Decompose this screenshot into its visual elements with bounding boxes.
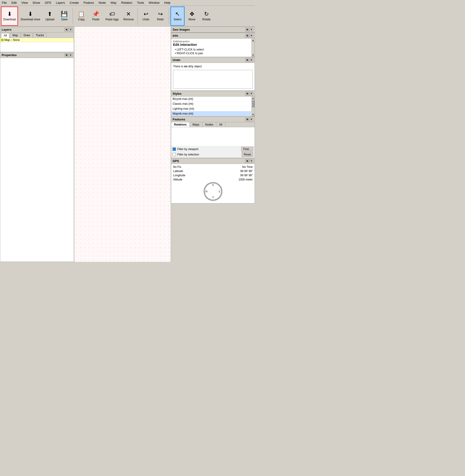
undo-history-box: [173, 70, 253, 89]
menu-view[interactable]: View: [20, 0, 29, 5]
tab-features-all[interactable]: All: [216, 122, 225, 127]
features-header-buttons: ⧉ ✕: [245, 118, 253, 121]
save-icon: 💾: [61, 11, 68, 17]
layers-panel: Layers ⧉ ✕ All Map Draw Tracks Map – Non…: [0, 27, 74, 52]
gps-altitude-value: 1000 meter: [238, 178, 253, 181]
info-scrollbar[interactable]: ▲ ▼: [251, 39, 254, 57]
filter-viewport-checkbox[interactable]: ✓: [173, 147, 176, 151]
features-tabs: Relations Ways Nodes All: [171, 122, 254, 127]
properties-detach-button[interactable]: ⧉: [64, 53, 68, 57]
style-item-mapnik[interactable]: Mapnik.mas (int): [171, 111, 251, 116]
copy-icon: 📋: [78, 11, 85, 17]
styles-scrollbar[interactable]: ▲ ▼: [251, 97, 254, 116]
styles-scroll-up[interactable]: ▲: [252, 97, 255, 100]
menu-relation[interactable]: Relation: [120, 0, 133, 5]
tab-layers-tracks[interactable]: Tracks: [33, 33, 47, 38]
styles-panel-header: Styles ⧉ ✕: [171, 91, 254, 97]
svg-text:N: N: [212, 184, 214, 186]
info-bullet-2: • RIGHT-CLICK to pan: [175, 52, 250, 55]
styles-close-button[interactable]: ✕: [249, 92, 253, 96]
styles-detach-button[interactable]: ⧉: [245, 92, 249, 96]
menu-way[interactable]: Way: [110, 0, 117, 5]
info-scroll-up[interactable]: ▲: [252, 39, 255, 42]
style-item-classic[interactable]: Classic.mas (int): [171, 101, 251, 106]
tab-features-ways[interactable]: Ways: [190, 122, 202, 127]
undo-detach-button[interactable]: ⧉: [245, 58, 249, 62]
features-detach-button[interactable]: ⧉: [245, 118, 249, 121]
select-label: Select: [174, 18, 181, 21]
menu-file[interactable]: File: [1, 0, 8, 5]
geo-images-panel: Geo Images ⧉ ✕: [171, 27, 255, 33]
gps-close-button[interactable]: ✕: [249, 159, 253, 163]
gps-longitude-row: Longitude 99 99′ 99″: [173, 174, 253, 177]
download-button[interactable]: ⬇ Download: [1, 7, 18, 26]
style-item-bicycle[interactable]: Bicycle.mas (int): [171, 97, 251, 101]
gps-header-buttons: ⧉ ✕: [245, 159, 253, 163]
layers-panel-header: Layers ⧉ ✕: [0, 27, 74, 33]
info-scroll-down[interactable]: ▼: [252, 54, 255, 57]
menu-node[interactable]: Node: [98, 0, 107, 5]
info-detach-button[interactable]: ⧉: [245, 34, 249, 38]
geo-images-close-button[interactable]: ✕: [249, 28, 253, 32]
move-icon: ✥: [190, 11, 194, 17]
gps-panel: GPS ⧉ ✕ No Fix No Time Latitude 99 99′ 9…: [171, 158, 255, 203]
undo-msg-prefix: There is: [173, 65, 184, 68]
tab-layers-draw[interactable]: Draw: [21, 33, 33, 38]
remove-icon: ✕: [126, 11, 131, 17]
styles-scroll-thumb[interactable]: [252, 100, 254, 107]
layers-detach-button[interactable]: ⧉: [64, 28, 68, 32]
filter-viewport-label: Filter by viewport: [177, 147, 199, 151]
gps-time-label: No Time: [242, 165, 253, 168]
menu-show[interactable]: Show: [32, 0, 41, 5]
list-item[interactable]: Map – None: [0, 38, 74, 42]
tab-layers-map[interactable]: Map: [10, 33, 20, 38]
features-close-button[interactable]: ✕: [249, 118, 253, 121]
gps-altitude-row: Altitude 1000 meter: [173, 178, 253, 181]
redo-icon: ↪: [158, 11, 163, 17]
rotate-button[interactable]: ↻ Rotate: [200, 7, 213, 26]
tab-features-relations[interactable]: Relations: [171, 122, 190, 127]
layers-close-button[interactable]: ✕: [69, 28, 72, 32]
geo-images-detach-button[interactable]: ⧉: [245, 28, 249, 32]
redo-label: Redo: [157, 18, 164, 21]
move-button[interactable]: ✥ Move: [185, 7, 199, 26]
map-area[interactable]: [74, 27, 171, 262]
menu-window[interactable]: Window: [148, 0, 160, 5]
download-more-button[interactable]: ⬇ Download more: [19, 7, 42, 26]
info-close-button[interactable]: ✕: [249, 34, 253, 38]
gps-title: GPS: [173, 159, 179, 163]
styles-header-buttons: ⧉ ✕: [245, 92, 253, 96]
upload-button[interactable]: ⬆ Upload: [43, 7, 57, 26]
menu-help[interactable]: Help: [163, 0, 171, 5]
download-more-icon: ⬇: [28, 11, 33, 17]
redo-button[interactable]: ↪ Redo: [153, 7, 168, 26]
menu-feature[interactable]: Feature: [83, 0, 95, 5]
reset-button[interactable]: Reset: [242, 152, 253, 157]
menu-edit[interactable]: Edit: [11, 0, 18, 5]
filter-selection-checkbox[interactable]: [173, 153, 176, 156]
gps-panel-header: GPS ⧉ ✕: [171, 158, 254, 164]
select-button[interactable]: ↖ Select: [170, 7, 184, 26]
info-panel: Info ⧉ ✕ EditInteraction Edit interactio…: [171, 33, 255, 57]
style-item-lighting[interactable]: Lighting.mas (int): [171, 106, 251, 111]
styles-scroll-down[interactable]: ▼: [252, 113, 255, 116]
find-button[interactable]: Find...: [241, 147, 253, 152]
paste-tags-button[interactable]: 🏷 Paste tags: [103, 7, 121, 26]
layers-title: Layers: [2, 28, 11, 31]
save-button[interactable]: 💾 Save: [57, 7, 71, 26]
undo-button[interactable]: ↩ Undo: [139, 7, 153, 26]
copy-button[interactable]: 📋 Copy: [74, 7, 88, 26]
menu-layers[interactable]: Layers: [55, 0, 66, 5]
paste-button[interactable]: 📌 Paste: [89, 7, 103, 26]
gps-detach-button[interactable]: ⧉: [245, 159, 249, 163]
undo-msg-bold: no: [184, 65, 188, 68]
undo-label: Undo: [142, 18, 149, 21]
properties-close-button[interactable]: ✕: [69, 53, 72, 57]
tab-features-nodes[interactable]: Nodes: [202, 122, 216, 127]
menu-create[interactable]: Create: [69, 0, 80, 5]
remove-button[interactable]: ✕ Remove: [121, 7, 136, 26]
menu-gps[interactable]: GPS: [44, 0, 52, 5]
menu-tools[interactable]: Tools: [136, 0, 145, 5]
tab-layers-all[interactable]: All: [1, 33, 9, 38]
undo-close-button[interactable]: ✕: [249, 58, 253, 62]
